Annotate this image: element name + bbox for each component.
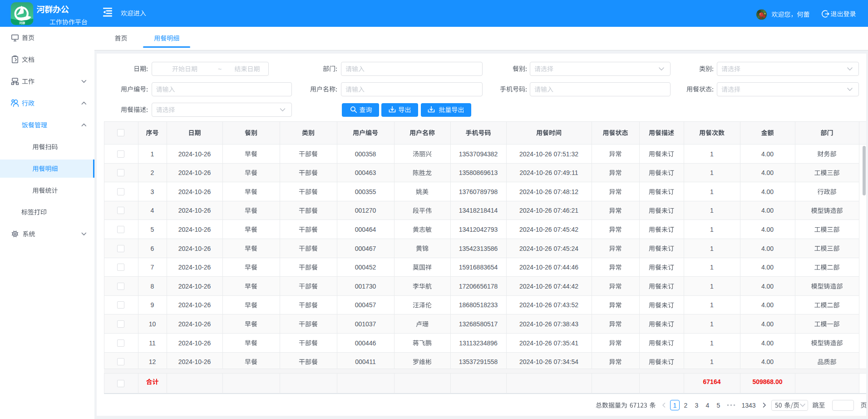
svg-text:2024-10-26 07:49:11: 2024-10-26 07:49:11 <box>520 169 578 176</box>
svg-text:4.00: 4.00 <box>761 169 774 176</box>
svg-text:1: 1 <box>710 264 714 271</box>
svg-text:000457: 000457 <box>355 301 376 309</box>
svg-text:000355: 000355 <box>355 188 376 195</box>
svg-text:001037: 001037 <box>355 320 376 328</box>
svg-text:~: ~ <box>218 65 222 73</box>
svg-text:2024-10-26 07:45:24: 2024-10-26 07:45:24 <box>519 245 578 252</box>
svg-text:11: 11 <box>149 339 156 347</box>
svg-text:2024-10-26: 2024-10-26 <box>178 320 211 328</box>
svg-text:2024-10-26 07:51:32: 2024-10-26 07:51:32 <box>519 150 578 158</box>
svg-text:4.00: 4.00 <box>761 207 774 214</box>
svg-text:1: 1 <box>710 245 714 252</box>
svg-text:4.00: 4.00 <box>761 301 774 309</box>
svg-text:5: 5 <box>717 402 720 409</box>
svg-text:3: 3 <box>151 188 154 195</box>
svg-text:2024-10-26 07:46:21: 2024-10-26 07:46:21 <box>519 207 578 214</box>
svg-text:7: 7 <box>151 264 154 271</box>
svg-text:13580869613: 13580869613 <box>459 169 498 176</box>
svg-text:2024-10-26 07:44:46: 2024-10-26 07:44:46 <box>519 264 578 271</box>
svg-text:1: 1 <box>710 207 714 214</box>
svg-text:8: 8 <box>151 283 154 290</box>
svg-text:2024-10-26: 2024-10-26 <box>178 150 211 158</box>
svg-text:1343: 1343 <box>741 402 755 409</box>
svg-text:1: 1 <box>710 301 714 309</box>
svg-text:001270: 001270 <box>355 207 376 214</box>
svg-text:001730: 001730 <box>355 283 376 290</box>
svg-text:1: 1 <box>710 358 714 365</box>
svg-text:1: 1 <box>710 226 714 233</box>
svg-text:13268580517: 13268580517 <box>459 320 498 328</box>
svg-text:15916883654: 15916883654 <box>459 264 498 271</box>
svg-text:3: 3 <box>695 402 699 409</box>
svg-text:2024-10-26: 2024-10-26 <box>178 264 211 271</box>
svg-text:13537291558: 13537291558 <box>459 358 498 365</box>
svg-text:000463: 000463 <box>355 169 376 176</box>
svg-text:9: 9 <box>151 301 154 309</box>
svg-text:2024-10-26 07:43:52: 2024-10-26 07:43:52 <box>519 301 578 309</box>
svg-text:4: 4 <box>151 207 154 214</box>
svg-text:1: 1 <box>151 150 154 158</box>
svg-text:2024-10-26: 2024-10-26 <box>178 339 211 347</box>
svg-text:18680518233: 18680518233 <box>459 301 498 309</box>
svg-text:4.00: 4.00 <box>761 226 774 233</box>
svg-text:2024-10-26: 2024-10-26 <box>178 169 211 176</box>
svg-text:2024-10-26: 2024-10-26 <box>178 301 211 309</box>
svg-text:2024-10-26 07:34:54: 2024-10-26 07:34:54 <box>519 358 578 365</box>
svg-text:4.00: 4.00 <box>761 339 774 347</box>
svg-text:000411: 000411 <box>355 358 376 365</box>
svg-text:13412042793: 13412042793 <box>459 226 498 233</box>
svg-text:1: 1 <box>673 402 676 409</box>
svg-text:509868.00: 509868.00 <box>752 378 782 385</box>
svg-text:000467: 000467 <box>355 245 376 252</box>
svg-text:2024-10-26: 2024-10-26 <box>178 245 211 252</box>
svg-text:13418218414: 13418218414 <box>459 207 498 214</box>
svg-text:2024-10-26: 2024-10-26 <box>178 188 211 195</box>
svg-text:1: 1 <box>710 188 714 195</box>
svg-text:12: 12 <box>149 358 156 365</box>
svg-text:000464: 000464 <box>355 226 376 233</box>
svg-text:2024-10-26: 2024-10-26 <box>178 226 211 233</box>
svg-text:000446: 000446 <box>355 339 376 347</box>
svg-text:4.00: 4.00 <box>761 188 774 195</box>
svg-text:10: 10 <box>149 320 156 328</box>
svg-text:2024-10-26 07:48:12: 2024-10-26 07:48:12 <box>519 188 578 195</box>
svg-text:1: 1 <box>710 169 714 176</box>
svg-text:1: 1 <box>710 339 714 347</box>
svg-text:4: 4 <box>706 402 710 409</box>
svg-text:13113234896: 13113234896 <box>459 339 498 347</box>
svg-text:1: 1 <box>710 150 714 158</box>
svg-text:4.00: 4.00 <box>761 358 774 365</box>
svg-text:2: 2 <box>684 402 687 409</box>
svg-text:4.00: 4.00 <box>761 150 774 158</box>
svg-text:13537094382: 13537094382 <box>459 150 498 158</box>
svg-text:2024-10-26: 2024-10-26 <box>178 283 211 290</box>
svg-text:2: 2 <box>151 169 154 176</box>
svg-text:2024-10-26 07:35:41: 2024-10-26 07:35:41 <box>519 339 578 347</box>
svg-text:2024-10-26: 2024-10-26 <box>178 358 211 365</box>
svg-text:2024-10-26 07:45:42: 2024-10-26 07:45:42 <box>519 226 578 233</box>
svg-text:2024-10-26 07:44:42: 2024-10-26 07:44:42 <box>519 283 578 290</box>
svg-text:13542313586: 13542313586 <box>459 245 498 252</box>
svg-text:6: 6 <box>151 245 154 252</box>
svg-text:1: 1 <box>710 320 714 328</box>
svg-text:17206656178: 17206656178 <box>459 283 498 290</box>
svg-text:4.00: 4.00 <box>761 245 774 252</box>
svg-text:1: 1 <box>710 283 714 290</box>
svg-text:13760789798: 13760789798 <box>459 188 498 195</box>
svg-text:000358: 000358 <box>355 150 376 158</box>
svg-text:000452: 000452 <box>355 264 376 271</box>
svg-text:67164: 67164 <box>703 378 721 385</box>
svg-text:4.00: 4.00 <box>761 283 774 290</box>
svg-text:2024-10-26: 2024-10-26 <box>178 207 211 214</box>
svg-text:4.00: 4.00 <box>761 320 774 328</box>
svg-text:4.00: 4.00 <box>761 264 774 271</box>
svg-text:2024-10-26 07:38:43: 2024-10-26 07:38:43 <box>519 320 578 328</box>
svg-text:5: 5 <box>151 226 154 233</box>
